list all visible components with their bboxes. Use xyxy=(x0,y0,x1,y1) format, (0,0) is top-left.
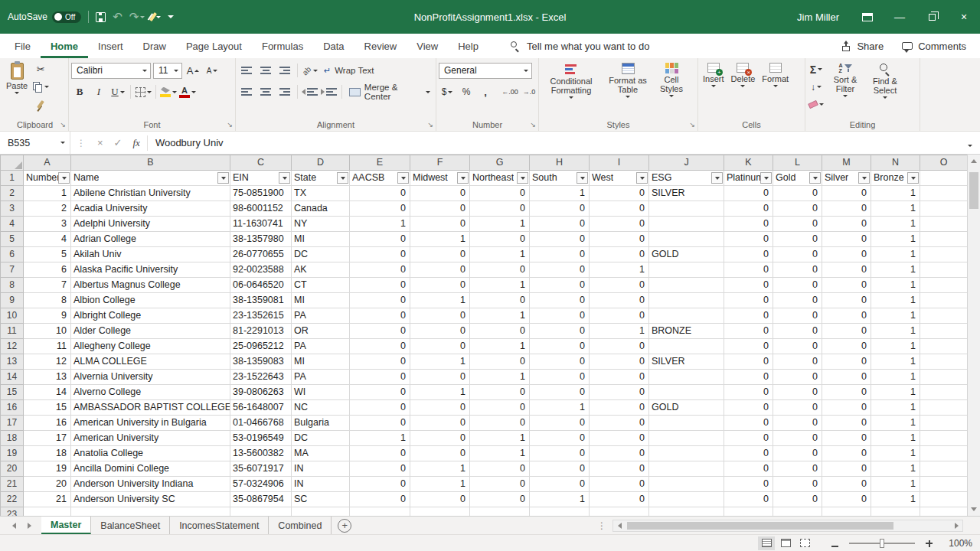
cell-G10[interactable]: 1 xyxy=(470,308,530,324)
autosave-switch[interactable]: Off xyxy=(52,11,81,23)
decrease-font-button[interactable]: A xyxy=(204,63,220,79)
cell-A5[interactable]: 4 xyxy=(24,232,71,247)
column-header-A[interactable]: A xyxy=(24,155,71,171)
cell-K2[interactable]: 0 xyxy=(724,186,773,201)
cell-J19[interactable] xyxy=(649,446,724,461)
cell-K6[interactable]: 0 xyxy=(724,247,773,262)
cell-K5[interactable]: 0 xyxy=(724,232,773,247)
row-header-6[interactable]: 6 xyxy=(1,247,24,262)
row-header-12[interactable]: 12 xyxy=(1,339,24,354)
cell-G16[interactable]: 0 xyxy=(470,400,530,416)
cell-M22[interactable]: 0 xyxy=(822,492,871,507)
accounting-format-button[interactable]: $ xyxy=(439,84,456,100)
cell-O23[interactable] xyxy=(920,507,968,516)
cell-O21[interactable] xyxy=(920,477,968,492)
cell-J18[interactable] xyxy=(649,431,724,446)
cell-F13[interactable]: 1 xyxy=(410,354,470,370)
cell-H1[interactable]: South xyxy=(530,171,590,186)
row-header-17[interactable]: 17 xyxy=(1,416,24,431)
minimize-button[interactable]: — xyxy=(884,0,916,34)
cell-G5[interactable]: 0 xyxy=(470,232,530,247)
cell-J8[interactable] xyxy=(649,278,724,293)
restore-button[interactable] xyxy=(916,0,948,34)
cell-C17[interactable]: 01-0466768 xyxy=(230,416,292,431)
cell-C22[interactable]: 35-0867954 xyxy=(230,492,292,507)
cell-E22[interactable]: 0 xyxy=(350,492,410,507)
middle-align-button[interactable] xyxy=(257,63,274,79)
cell-F16[interactable]: 0 xyxy=(410,400,470,416)
sheet-tab-incomesstatement[interactable]: IncomesStatement xyxy=(170,517,269,534)
cell-B5[interactable]: Adrian College xyxy=(71,232,230,247)
filter-dropdown-button[interactable] xyxy=(858,172,870,184)
cell-C11[interactable]: 81-2291013 xyxy=(230,324,292,339)
filter-dropdown-button[interactable] xyxy=(711,172,723,184)
cell-F18[interactable]: 0 xyxy=(410,431,470,446)
cell-A12[interactable]: 11 xyxy=(24,339,71,354)
cell-G18[interactable]: 1 xyxy=(470,431,530,446)
row-header-23[interactable]: 23 xyxy=(1,507,24,516)
cell-F10[interactable]: 0 xyxy=(410,308,470,324)
cell-I3[interactable]: 0 xyxy=(590,201,649,217)
cell-M23[interactable] xyxy=(822,507,871,516)
cell-D23[interactable] xyxy=(292,507,350,516)
decrease-indent-button[interactable] xyxy=(302,84,318,100)
sheet-tab-balancesheet[interactable]: BalanceSheet xyxy=(91,517,170,534)
undo-button[interactable]: ↶ xyxy=(113,10,122,24)
cell-I20[interactable]: 0 xyxy=(590,461,649,477)
cell-O14[interactable] xyxy=(920,370,968,385)
center-button[interactable] xyxy=(257,84,274,100)
user-name[interactable]: Jim Miller xyxy=(797,11,839,23)
row-header-22[interactable]: 22 xyxy=(1,492,24,507)
save-button[interactable] xyxy=(96,12,106,22)
cell-E13[interactable]: 0 xyxy=(350,354,410,370)
cell-O9[interactable] xyxy=(920,293,968,308)
cell-L16[interactable]: 0 xyxy=(773,400,822,416)
cell-A4[interactable]: 3 xyxy=(24,217,71,232)
cut-button[interactable]: ✂ xyxy=(32,61,49,77)
cell-H10[interactable]: 0 xyxy=(530,308,590,324)
cell-E9[interactable]: 0 xyxy=(350,293,410,308)
cell-D20[interactable]: IN xyxy=(292,461,350,477)
cell-L4[interactable]: 0 xyxy=(773,217,822,232)
cell-O10[interactable] xyxy=(920,308,968,324)
cell-M4[interactable]: 0 xyxy=(822,217,871,232)
cell-F2[interactable]: 0 xyxy=(410,186,470,201)
cell-I4[interactable]: 0 xyxy=(590,217,649,232)
cell-B10[interactable]: Albright College xyxy=(71,308,230,324)
cell-D16[interactable]: NC xyxy=(292,400,350,416)
cell-O11[interactable] xyxy=(920,324,968,339)
cell-M19[interactable]: 0 xyxy=(822,446,871,461)
cell-B3[interactable]: Acadia University xyxy=(71,201,230,217)
cell-G14[interactable]: 1 xyxy=(470,370,530,385)
cell-I23[interactable] xyxy=(590,507,649,516)
cell-C16[interactable]: 56-1648007 xyxy=(230,400,292,416)
filter-dropdown-button[interactable] xyxy=(337,172,348,184)
cell-A2[interactable]: 1 xyxy=(24,186,71,201)
cell-N13[interactable]: 1 xyxy=(871,354,920,370)
column-header-D[interactable]: D xyxy=(292,155,350,171)
formula-bar-expand-button[interactable] xyxy=(960,136,980,150)
share-button[interactable]: Share xyxy=(841,41,884,52)
orientation-button[interactable]: ab xyxy=(302,63,318,79)
cell-F6[interactable]: 0 xyxy=(410,247,470,262)
insert-cells-button[interactable]: + Insert xyxy=(701,61,727,119)
filter-dropdown-button[interactable] xyxy=(636,172,648,184)
cell-O2[interactable] xyxy=(920,186,968,201)
cell-J16[interactable]: GOLD xyxy=(649,400,724,416)
cell-D8[interactable]: CT xyxy=(292,278,350,293)
cell-H15[interactable]: 0 xyxy=(530,385,590,400)
cell-K20[interactable]: 0 xyxy=(724,461,773,477)
delete-cells-button[interactable]: × Delete xyxy=(729,61,758,119)
cell-C21[interactable]: 57-0324906 xyxy=(230,477,292,492)
cell-N23[interactable] xyxy=(871,507,920,516)
increase-font-button[interactable]: A xyxy=(185,63,201,79)
cell-A11[interactable]: 10 xyxy=(24,324,71,339)
ribbon-tab-review[interactable]: Review xyxy=(354,34,407,58)
cell-G6[interactable]: 1 xyxy=(470,247,530,262)
cell-M5[interactable]: 0 xyxy=(822,232,871,247)
cell-I8[interactable]: 0 xyxy=(590,278,649,293)
row-header-2[interactable]: 2 xyxy=(1,186,24,201)
cell-K13[interactable]: 0 xyxy=(724,354,773,370)
cell-J10[interactable] xyxy=(649,308,724,324)
cell-A17[interactable]: 16 xyxy=(24,416,71,431)
